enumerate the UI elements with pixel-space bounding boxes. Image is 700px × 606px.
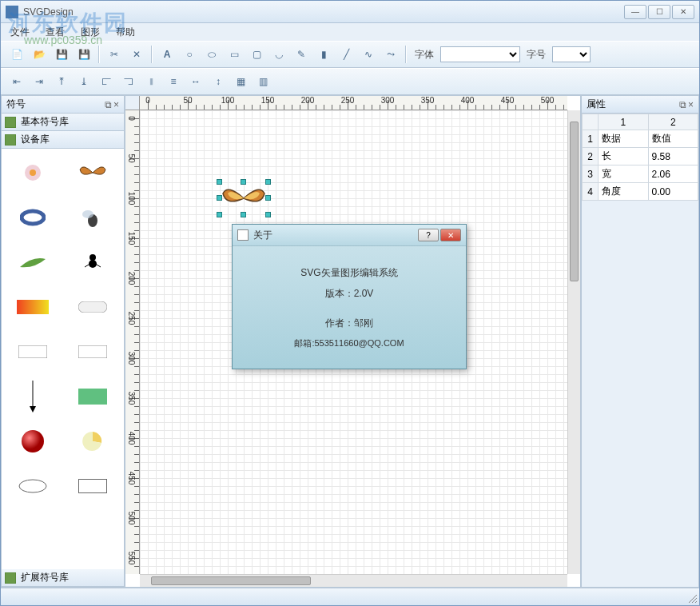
symbol-gradient-rect[interactable] xyxy=(8,289,58,325)
same-height-icon[interactable]: ↕ xyxy=(209,72,228,91)
delete-icon[interactable]: ✕ xyxy=(127,45,146,64)
maximize-button[interactable]: ☐ xyxy=(648,5,670,19)
symbol-arrow[interactable] xyxy=(8,379,58,414)
prop-key[interactable]: 角度 xyxy=(599,183,649,201)
resize-handle-se[interactable] xyxy=(265,212,271,217)
size-combo[interactable] xyxy=(552,46,591,62)
cut-icon[interactable]: ✂ xyxy=(105,45,124,64)
table-row: 4 角度 0.00 xyxy=(583,183,698,201)
svg-rect-11 xyxy=(18,345,47,358)
selected-butterfly-object[interactable] xyxy=(220,182,268,214)
ruler-corner xyxy=(125,96,140,110)
menu-view[interactable]: 查看 xyxy=(41,24,70,41)
scrollbar-horizontal[interactable] xyxy=(140,574,567,587)
arc-tool-icon[interactable]: ◡ xyxy=(269,45,288,64)
pen-tool-icon[interactable]: ✎ xyxy=(292,45,311,64)
font-combo[interactable] xyxy=(440,46,520,62)
resize-handle-n[interactable] xyxy=(241,179,246,185)
lib-icon xyxy=(5,134,16,146)
row-number: 1 xyxy=(583,130,599,148)
menu-file[interactable]: 文件 xyxy=(6,24,34,41)
lib-icon xyxy=(5,572,16,584)
svg-line-20 xyxy=(695,601,697,603)
ungroup-icon[interactable]: ▥ xyxy=(253,72,272,91)
circle-tool-icon[interactable]: ○ xyxy=(180,45,199,64)
symbol-pie[interactable] xyxy=(68,424,118,459)
align-left-icon[interactable]: ⇤ xyxy=(7,72,26,91)
same-width-icon[interactable]: ↔ xyxy=(186,72,205,91)
lib-label: 基本符号库 xyxy=(21,115,69,129)
symbol-ant[interactable] xyxy=(68,245,118,280)
align-right-icon[interactable]: ⇥ xyxy=(30,72,49,91)
prop-key[interactable]: 长 xyxy=(599,148,649,165)
align-center-h-icon[interactable]: ⫍ xyxy=(97,72,116,91)
panel-float-icon[interactable]: ⧉ xyxy=(105,99,112,110)
about-help-button[interactable]: ? xyxy=(418,229,439,241)
resize-handle-nw[interactable] xyxy=(217,179,222,185)
align-center-v-icon[interactable]: ⫎ xyxy=(119,72,138,91)
symbol-flower[interactable] xyxy=(8,155,58,190)
new-file-icon[interactable]: 📄 xyxy=(7,45,26,64)
prop-value[interactable]: 9.58 xyxy=(648,148,698,165)
symbol-leaf[interactable] xyxy=(8,245,58,280)
scrollbar-vertical[interactable] xyxy=(567,110,580,574)
prop-key[interactable]: 数据 xyxy=(599,130,649,148)
about-titlebar[interactable]: 关于 ? ✕ xyxy=(233,225,466,245)
svg-point-1 xyxy=(30,169,36,176)
panel-float-icon[interactable]: ⧉ xyxy=(679,99,686,110)
symbol-green-rect[interactable] xyxy=(68,379,118,414)
save-icon[interactable]: 💾 xyxy=(52,45,71,64)
rect-tool-icon[interactable]: ▭ xyxy=(225,45,244,64)
symbol-button[interactable] xyxy=(68,289,118,325)
device-lib[interactable]: 设备库 xyxy=(2,131,124,149)
save-as-icon[interactable]: 💾 xyxy=(74,45,93,64)
ext-symbol-lib[interactable]: 扩展符号库 xyxy=(2,569,124,587)
group-icon[interactable]: ▦ xyxy=(231,72,250,91)
col-header[interactable]: 2 xyxy=(648,114,698,130)
curve-tool-icon[interactable]: ∿ xyxy=(359,45,378,64)
panel-close-icon[interactable]: × xyxy=(688,99,694,110)
symbol-butterfly[interactable] xyxy=(68,155,118,190)
line-tool-icon[interactable]: ╱ xyxy=(336,45,356,64)
properties-panel-header[interactable]: 属性 ⧉ × xyxy=(582,96,698,114)
fill-tool-icon[interactable]: ▮ xyxy=(314,45,333,64)
prop-key[interactable]: 宽 xyxy=(599,165,649,183)
titlebar[interactable]: SVGDesign — ☐ ✕ xyxy=(1,1,699,23)
resize-handle-ne[interactable] xyxy=(265,179,271,185)
resize-handle-e[interactable] xyxy=(265,195,271,201)
about-close-button[interactable]: ✕ xyxy=(440,229,461,241)
menu-help[interactable]: 帮助 xyxy=(111,24,140,41)
align-top-icon[interactable]: ⤒ xyxy=(52,72,71,91)
separator xyxy=(405,46,407,63)
align-bottom-icon[interactable]: ⤓ xyxy=(74,72,93,91)
resize-grip-icon[interactable] xyxy=(687,593,698,604)
prop-value[interactable]: 2.06 xyxy=(648,165,698,183)
symbol-label-1[interactable] xyxy=(8,334,58,369)
distribute-v-icon[interactable]: ≡ xyxy=(164,72,183,91)
symbol-bee[interactable] xyxy=(68,200,118,235)
symbol-rect-outline[interactable] xyxy=(68,468,118,504)
roundrect-tool-icon[interactable]: ▢ xyxy=(247,45,266,64)
symbol-label-2[interactable] xyxy=(68,334,118,369)
properties-panel-title: 属性 xyxy=(587,98,606,111)
distribute-h-icon[interactable]: ⦀ xyxy=(141,72,161,91)
prop-value[interactable]: 数值 xyxy=(648,130,698,148)
open-file-icon[interactable]: 📂 xyxy=(30,45,49,64)
basic-symbol-lib[interactable]: 基本符号库 xyxy=(2,114,124,131)
symbol-red-sphere[interactable] xyxy=(8,424,58,459)
resize-handle-sw[interactable] xyxy=(217,212,222,217)
ellipse-tool-icon[interactable]: ⬭ xyxy=(202,45,221,64)
menu-graphics[interactable]: 图形 xyxy=(76,24,105,41)
resize-handle-s[interactable] xyxy=(241,212,246,217)
close-button[interactable]: ✕ xyxy=(672,5,694,19)
minimize-button[interactable]: — xyxy=(624,5,646,19)
prop-value[interactable]: 0.00 xyxy=(648,183,698,201)
symbols-panel-header[interactable]: 符号 ⧉ × xyxy=(2,96,124,114)
symbol-ellipse-outline[interactable] xyxy=(8,468,58,504)
panel-close-icon[interactable]: × xyxy=(113,99,119,110)
polyline-tool-icon[interactable]: ⤳ xyxy=(381,45,400,64)
col-header[interactable]: 1 xyxy=(599,114,649,130)
text-tool-icon[interactable]: A xyxy=(157,45,177,64)
resize-handle-w[interactable] xyxy=(217,195,222,201)
symbol-ring[interactable] xyxy=(8,200,58,235)
